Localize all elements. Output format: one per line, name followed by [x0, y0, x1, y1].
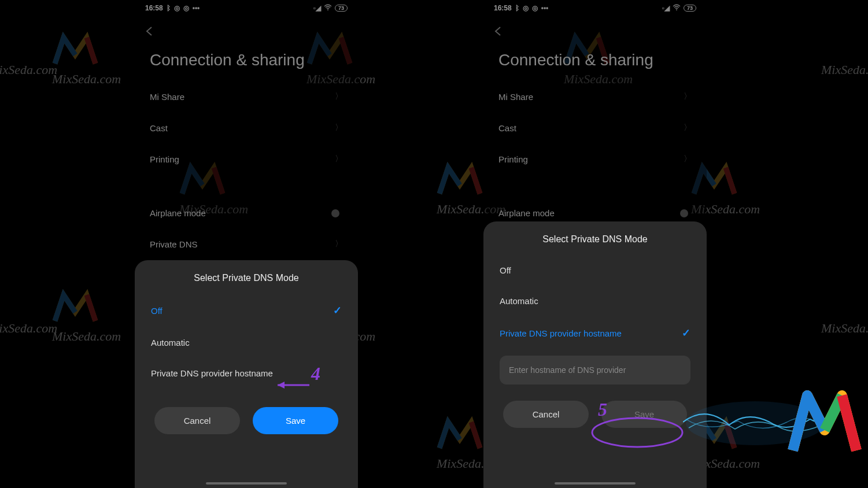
option-hostname[interactable]: Private DNS provider hostname: [135, 358, 358, 389]
cancel-button[interactable]: Cancel: [503, 401, 589, 428]
check-icon: ✓: [682, 327, 690, 339]
nav-indicator: [555, 482, 636, 485]
nav-indicator: [206, 482, 287, 485]
option-off[interactable]: Off✓: [135, 294, 358, 327]
watermark-text: MixSeda.com: [821, 62, 868, 77]
phone-screenshot-right: 16:58 ᛒ ◎ ◎ ••• ▫◢ 73 Connection & shari…: [483, 0, 707, 488]
private-dns-dialog: Select Private DNS Mode Off Automatic Pr…: [483, 221, 707, 488]
private-dns-dialog: Select Private DNS Mode Off✓ Automatic P…: [135, 260, 358, 488]
option-automatic[interactable]: Automatic: [135, 327, 358, 358]
save-button[interactable]: Save: [253, 407, 338, 434]
check-icon: ✓: [333, 304, 342, 317]
phone-screenshot-left: 16:58 ᛒ ◎ ◎ ••• ▫◢ 73 Connection & shari…: [135, 0, 358, 488]
watermark-text: MixSeda.com: [52, 329, 121, 344]
watermark-text: MixSeda.com: [0, 62, 57, 77]
option-off[interactable]: Off: [483, 255, 707, 286]
option-hostname[interactable]: Private DNS provider hostname✓: [483, 316, 707, 350]
save-button-disabled[interactable]: Save: [601, 401, 687, 428]
brand-logo-corner: [683, 384, 868, 465]
dialog-title: Select Private DNS Mode: [135, 260, 358, 294]
watermark-text: MixSeda.com: [0, 321, 57, 335]
dialog-title: Select Private DNS Mode: [483, 221, 707, 255]
watermark-text: MixSeda.com: [52, 72, 121, 87]
option-automatic[interactable]: Automatic: [483, 286, 707, 316]
svg-point-5: [686, 401, 825, 445]
cancel-button[interactable]: Cancel: [154, 407, 240, 434]
watermark-text: MixSeda.com: [821, 321, 868, 335]
hostname-input[interactable]: Enter hostname of DNS provider: [500, 356, 690, 385]
